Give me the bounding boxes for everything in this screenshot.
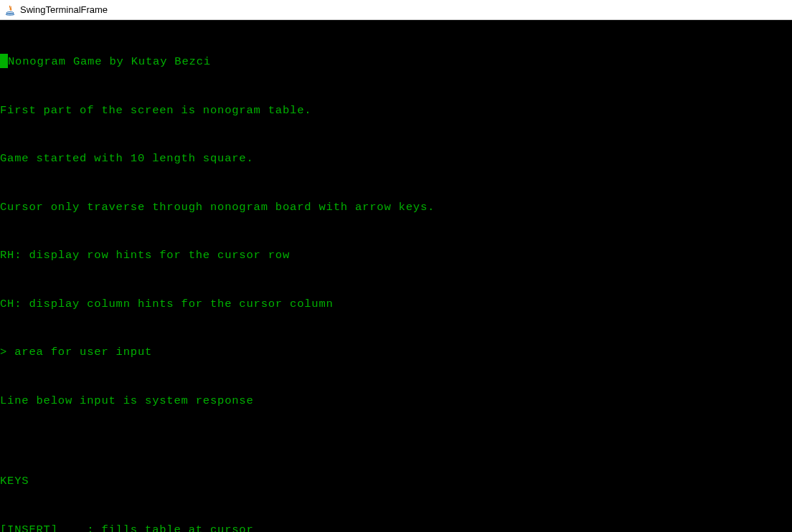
terminal-line: Game started with 10 length square. (0, 151, 792, 167)
java-icon (4, 4, 16, 16)
terminal-text: Game started with 10 length square. (0, 152, 254, 165)
terminal-line: KEYS (0, 473, 792, 490)
terminal-text: Nonogram Game by Kutay Bezci (8, 55, 211, 68)
terminal-line: Line below input is system response (0, 393, 792, 409)
terminal-line: > area for user input (0, 344, 792, 361)
terminal-text: Line below input is system response (0, 394, 254, 407)
terminal-text: [INSERT] : fills table at cursor (0, 523, 254, 533)
terminal-text: KEYS (0, 475, 29, 488)
terminal-text: RH: display row hints for the cursor row (0, 249, 290, 262)
terminal-line: Cursor only traverse through nonogram bo… (0, 199, 792, 216)
terminal-area[interactable]: Nonogram Game by Kutay Bezci First part … (0, 20, 792, 532)
terminal-line: CH: display column hints for the cursor … (0, 296, 792, 313)
terminal-line: [INSERT] : fills table at cursor (0, 522, 792, 533)
terminal-text: Cursor only traverse through nonogram bo… (0, 201, 435, 214)
window-title: SwingTerminalFrame (20, 4, 108, 15)
window-titlebar: SwingTerminalFrame (0, 0, 792, 20)
terminal-text: First part of the screen is nonogram tab… (0, 104, 311, 117)
terminal-line: RH: display row hints for the cursor row (0, 247, 792, 264)
terminal-line: Nonogram Game by Kutay Bezci (0, 54, 792, 70)
terminal-line: First part of the screen is nonogram tab… (0, 103, 792, 119)
terminal-text: CH: display column hints for the cursor … (0, 298, 334, 310)
terminal-text: > area for user input (0, 346, 152, 358)
cursor-block (0, 54, 8, 68)
